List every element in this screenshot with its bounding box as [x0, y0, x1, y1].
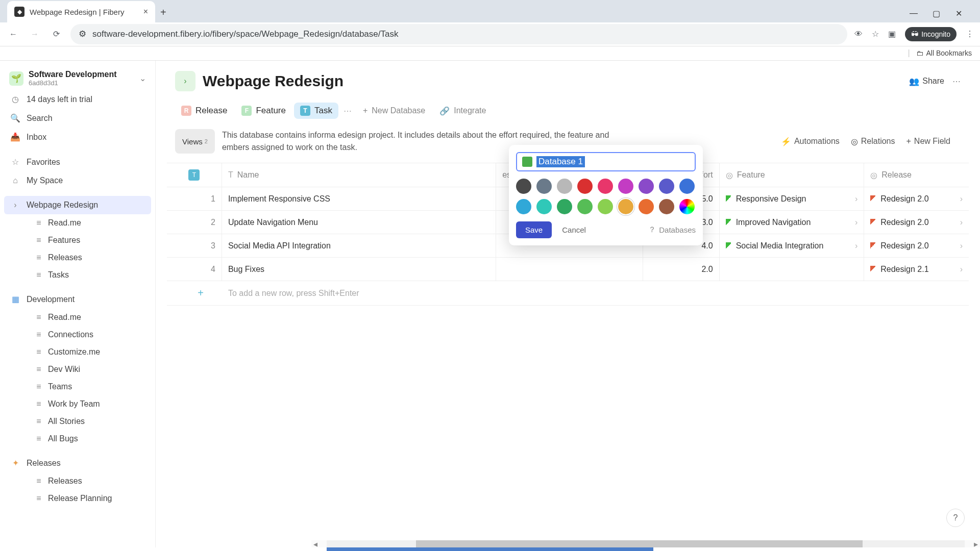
- automations-button[interactable]: ⚡ Automations: [781, 129, 840, 154]
- url-input[interactable]: ⚙ software-development.fibery.io/fibery/…: [70, 24, 847, 44]
- color-swatch[interactable]: [536, 179, 552, 194]
- collapse-sidebar-button[interactable]: ›: [175, 71, 195, 91]
- color-swatch[interactable]: [598, 179, 613, 194]
- color-swatch[interactable]: [536, 199, 552, 214]
- column-release[interactable]: ◎Release: [864, 163, 969, 187]
- tab-more-icon[interactable]: ⋯: [340, 106, 355, 116]
- sidebar-sub-item[interactable]: ≡Dev Wiki: [29, 361, 151, 378]
- share-button[interactable]: 👥 Share: [909, 77, 944, 86]
- back-icon[interactable]: ←: [6, 27, 20, 41]
- scroll-left-icon[interactable]: ◂: [311, 539, 320, 548]
- help-fab[interactable]: ?: [946, 509, 965, 527]
- myspace-item[interactable]: ⌂ My Space: [4, 171, 151, 190]
- tab-close-icon[interactable]: ×: [143, 7, 148, 16]
- cancel-button[interactable]: Cancel: [557, 221, 591, 238]
- views-button[interactable]: Views 2: [175, 129, 215, 154]
- color-swatch[interactable]: [618, 179, 633, 194]
- color-swatch[interactable]: [618, 199, 633, 214]
- scroll-right-icon[interactable]: ▸: [972, 539, 980, 548]
- panel-icon[interactable]: ▣: [888, 29, 896, 39]
- tab-title: Webpage Redesign | Fibery: [30, 8, 124, 16]
- integrate-button[interactable]: 🔗 Integrate: [433, 103, 492, 119]
- favorites-item[interactable]: ☆ Favorites: [4, 153, 151, 171]
- sidebar-project[interactable]: › Webpage Redesign: [4, 196, 151, 214]
- list-icon: ≡: [35, 434, 43, 443]
- sidebar-sub-item[interactable]: ≡All Stories: [29, 413, 151, 430]
- sidebar-development[interactable]: ▦ Development: [4, 290, 151, 309]
- database-name-input[interactable]: Database 1: [516, 152, 696, 171]
- sidebar-releases[interactable]: ✦ Releases: [4, 454, 151, 472]
- new-field-button[interactable]: + New Field: [906, 129, 950, 154]
- maximize-icon[interactable]: ▢: [932, 9, 940, 17]
- sidebar-sub-item[interactable]: ≡Connections: [29, 326, 151, 343]
- color-swatch[interactable]: [557, 179, 572, 194]
- db-tab[interactable]: RRelease: [175, 103, 233, 119]
- incognito-badge[interactable]: 🕶 Incognito: [905, 27, 957, 41]
- color-swatch[interactable]: [679, 179, 695, 194]
- color-swatch[interactable]: [659, 199, 674, 214]
- more-menu-icon[interactable]: ⋯: [952, 77, 961, 86]
- color-swatch[interactable]: [577, 179, 593, 194]
- kebab-menu-icon[interactable]: ⋮: [966, 29, 974, 39]
- relations-button[interactable]: ◎ Relations: [851, 129, 895, 154]
- color-swatch[interactable]: [577, 199, 593, 214]
- color-swatch[interactable]: [516, 199, 531, 214]
- db-tab[interactable]: FFeature: [235, 103, 292, 119]
- color-swatch[interactable]: [639, 199, 654, 214]
- sidebar-sub-item[interactable]: ≡Read.me: [29, 214, 151, 232]
- list-icon: ≡: [35, 382, 43, 391]
- sidebar-sub-item[interactable]: ≡All Bugs: [29, 430, 151, 447]
- scroll-thumb[interactable]: [416, 540, 863, 547]
- sidebar-sub-item[interactable]: ≡Customize.me: [29, 343, 151, 361]
- table-row[interactable]: 4Bug Fixes2.0Redesign 2.1›: [167, 258, 969, 281]
- column-name[interactable]: TName: [222, 163, 496, 187]
- relation-icon: ◎: [726, 170, 733, 180]
- forward-icon[interactable]: →: [28, 27, 42, 41]
- eye-off-icon[interactable]: 👁: [854, 30, 863, 39]
- sidebar-sub-item[interactable]: ≡Read.me: [29, 309, 151, 326]
- bookmark-star-icon[interactable]: ☆: [872, 29, 879, 39]
- color-swatch[interactable]: [659, 179, 674, 194]
- sidebar-sub-item[interactable]: ≡Releases: [29, 249, 151, 266]
- flag-icon: [870, 195, 875, 203]
- db-tab[interactable]: TTask: [294, 103, 338, 119]
- inbox-item[interactable]: 📥 Inbox: [4, 128, 151, 146]
- trial-notice[interactable]: ◷ 14 days left in trial: [4, 90, 151, 109]
- site-settings-icon[interactable]: ⚙: [79, 29, 86, 39]
- input-value: Database 1: [536, 156, 585, 167]
- color-swatch[interactable]: [598, 199, 613, 214]
- color-swatch[interactable]: [557, 199, 572, 214]
- workspace-id: 6ad8d3d1: [29, 79, 134, 87]
- browser-tab[interactable]: ◆ Webpage Redesign | Fibery ×: [7, 1, 155, 22]
- all-bookmarks-link[interactable]: 🗀 All Bookmarks: [916, 49, 972, 57]
- color-swatch[interactable]: [639, 179, 654, 194]
- plus-icon: +: [363, 106, 368, 115]
- sidebar-sub-item[interactable]: ≡Releases: [29, 472, 151, 490]
- chevron-down-icon: ⌄: [139, 73, 146, 83]
- flag-icon: [726, 219, 731, 226]
- search-item[interactable]: 🔍 Search: [4, 109, 151, 128]
- plus-icon: +: [906, 137, 911, 146]
- minimize-icon[interactable]: —: [910, 9, 918, 17]
- database-tabs: RReleaseFFeatureTTask ⋯ + New Database 🔗…: [156, 97, 980, 124]
- sidebar-sub-item[interactable]: ≡Teams: [29, 378, 151, 395]
- workspace-switcher[interactable]: 🌱 Software Development 6ad8d3d1 ⌄: [4, 67, 151, 90]
- horizontal-scrollbar[interactable]: ◂ ▸: [311, 540, 980, 547]
- help-icon: ？: [648, 225, 656, 235]
- tab-favicon-icon: ◆: [14, 7, 24, 17]
- column-feature[interactable]: ◎Feature: [720, 163, 865, 187]
- color-swatch[interactable]: [516, 179, 531, 194]
- add-row[interactable]: + To add a new row, press Shift+Enter: [167, 281, 969, 306]
- sidebar-sub-item[interactable]: ≡Features: [29, 232, 151, 249]
- close-icon[interactable]: ✕: [954, 9, 963, 17]
- databases-help-link[interactable]: ？ Databases: [648, 225, 696, 235]
- reload-icon[interactable]: ⟳: [49, 27, 63, 41]
- sidebar-sub-item[interactable]: ≡Release Planning: [29, 490, 151, 507]
- new-database-button[interactable]: + New Database: [357, 103, 431, 118]
- database-icon: [522, 157, 532, 167]
- save-button[interactable]: Save: [516, 221, 552, 238]
- new-tab-button[interactable]: +: [155, 3, 172, 22]
- sidebar-sub-item[interactable]: ≡Work by Team: [29, 395, 151, 413]
- sidebar-sub-item[interactable]: ≡Tasks: [29, 266, 151, 284]
- color-picker-button[interactable]: [679, 199, 695, 214]
